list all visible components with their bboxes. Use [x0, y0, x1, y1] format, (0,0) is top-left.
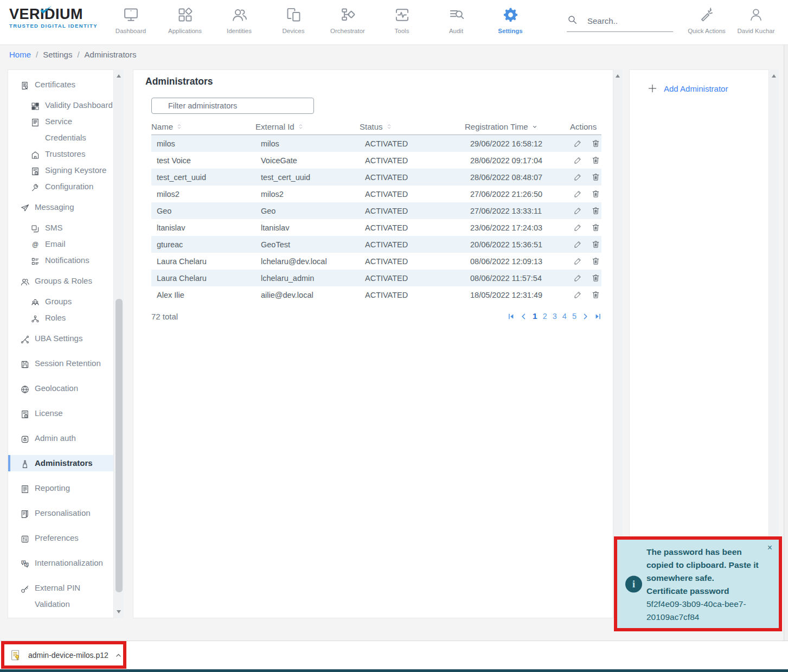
- nav-item-settings[interactable]: Settings: [483, 5, 537, 34]
- sidebar-item-configuration[interactable]: Configuration: [8, 178, 113, 195]
- delete-icon[interactable]: [591, 189, 600, 199]
- sidebar-item-sms[interactable]: SMS: [8, 220, 113, 236]
- password-copied-toast: i × The password has been copied to clip…: [617, 540, 779, 628]
- window-scrollbar[interactable]: [784, 45, 788, 641]
- nav-item-label: Tools: [375, 28, 429, 34]
- page-number-1[interactable]: 1: [533, 311, 537, 321]
- page-number-4[interactable]: 4: [562, 312, 567, 321]
- edit-icon[interactable]: [573, 206, 582, 215]
- page-number-3[interactable]: 3: [553, 312, 557, 321]
- next-page-icon[interactable]: [582, 313, 589, 320]
- table-row: gtureacGeoTestACTIVATED20/06/2022 15:36:…: [151, 236, 601, 253]
- delete-icon[interactable]: [591, 240, 600, 249]
- sidebar-item-reporting[interactable]: Reporting: [8, 480, 113, 496]
- sidebar-item-label: Messaging: [35, 199, 74, 215]
- edit-icon[interactable]: [573, 189, 582, 199]
- chevron-up-icon[interactable]: [115, 651, 122, 658]
- cell-status: ACTIVATED: [360, 173, 465, 182]
- cell-name: test_cert_uuid: [151, 173, 255, 182]
- edit-icon[interactable]: [573, 223, 582, 232]
- sidebar-item-internationalization[interactable]: AaInternationalization: [8, 555, 113, 571]
- scrollbar-thumb[interactable]: [116, 299, 123, 592]
- veridium-logo[interactable]: VERIDIUM TRUSTED DIGITAL IDENTITY: [9, 6, 101, 29]
- first-page-icon[interactable]: [508, 313, 515, 320]
- sidebar-item-groups-roles[interactable]: Groups & Roles: [8, 273, 113, 289]
- sidebar-item-personalisation[interactable]: Personalisation: [8, 505, 113, 521]
- sidebar-item-administrators[interactable]: Administrators: [8, 455, 113, 471]
- sidebar-item-external-pin-validation[interactable]: External PIN Validation: [8, 580, 113, 612]
- sidebar-item-email[interactable]: @Email: [8, 236, 113, 252]
- column-header-registration-time[interactable]: Registration Time: [465, 122, 570, 131]
- previous-page-icon[interactable]: [520, 313, 527, 320]
- scroll-up-arrow-icon[interactable]: [616, 74, 620, 78]
- sidebar-scrollbar[interactable]: [114, 69, 124, 618]
- sidebar-item-truststores[interactable]: Truststores: [8, 146, 113, 162]
- sidebar-item-roles[interactable]: Roles: [8, 310, 113, 326]
- cell-actions: [570, 240, 601, 249]
- sidebar-item-session-retention[interactable]: Session Retention: [8, 355, 113, 372]
- sidebar-item-preferences[interactable]: Preferences: [8, 530, 113, 546]
- delete-icon[interactable]: [591, 290, 600, 299]
- sidebar-item-notifications[interactable]: Notifications: [8, 252, 113, 268]
- nav-item-applications[interactable]: Applications: [158, 5, 212, 34]
- filter-administrators-input[interactable]: [151, 98, 314, 114]
- edit-icon[interactable]: [573, 156, 582, 165]
- sidebar-item-messaging[interactable]: Messaging: [8, 199, 113, 215]
- delete-icon[interactable]: [591, 156, 600, 165]
- plus-icon: [647, 83, 658, 94]
- sidebar-item-uba-settings[interactable]: UBA Settings: [8, 330, 113, 347]
- cell-registration-time: 28/06/2022 09:17:04: [465, 156, 570, 165]
- edit-icon[interactable]: [573, 290, 582, 299]
- delete-icon[interactable]: [591, 206, 600, 215]
- breadcrumb-home[interactable]: Home: [9, 50, 31, 59]
- toast-close-icon[interactable]: ×: [767, 543, 772, 552]
- page-number-2[interactable]: 2: [543, 312, 547, 321]
- sidebar-item-license[interactable]: License: [8, 405, 113, 421]
- edit-icon[interactable]: [573, 273, 582, 283]
- edit-icon[interactable]: [573, 172, 582, 182]
- last-page-icon[interactable]: [594, 313, 601, 320]
- nav-item-devices[interactable]: Devices: [266, 5, 321, 34]
- scroll-down-arrow-icon[interactable]: [117, 610, 121, 613]
- edit-icon[interactable]: [573, 257, 582, 266]
- certificate-file-icon: [10, 649, 22, 661]
- nav-item-label: Devices: [266, 28, 321, 34]
- delete-icon[interactable]: [591, 223, 600, 232]
- sidebar-item-service-credentials[interactable]: Service Credentials: [8, 113, 113, 146]
- nav-item-identities[interactable]: Identities: [212, 5, 266, 34]
- delete-icon[interactable]: [591, 273, 600, 283]
- sidebar-item-groups[interactable]: Groups: [8, 293, 113, 310]
- column-header-name[interactable]: Name: [151, 122, 255, 131]
- quick-actions-button[interactable]: Quick Actions: [682, 5, 732, 34]
- nav-item-orchestrator[interactable]: Orchestrator: [321, 5, 375, 34]
- nav-item-dashboard[interactable]: Dashboard: [104, 5, 158, 34]
- page-number-5[interactable]: 5: [572, 312, 576, 321]
- sidebar-item-admin-auth[interactable]: Admin auth: [8, 430, 113, 446]
- column-header-external-id[interactable]: External Id: [255, 122, 360, 131]
- edit-icon[interactable]: [573, 139, 582, 148]
- license-icon: [20, 408, 30, 418]
- search-input[interactable]: [586, 16, 668, 26]
- add-administrator-button[interactable]: Add Administrator: [647, 83, 728, 94]
- cell-actions: [570, 189, 601, 199]
- nav-item-tools[interactable]: Tools: [375, 5, 429, 34]
- scroll-up-arrow-icon[interactable]: [772, 74, 776, 78]
- global-search[interactable]: [567, 14, 673, 32]
- breadcrumb: Home/Settings/Administrators: [9, 50, 136, 59]
- nav-item-audit[interactable]: Audit: [429, 5, 483, 34]
- user-menu[interactable]: David Kuchar: [729, 5, 783, 34]
- edit-icon[interactable]: [573, 240, 582, 249]
- sidebar-item-signing-keystore[interactable]: Signing Keystore: [8, 162, 113, 178]
- sidebar-item-certificates[interactable]: Certificates: [8, 76, 113, 93]
- delete-icon[interactable]: [591, 139, 600, 148]
- groups-icon: [30, 297, 40, 306]
- annotation-highlight-toast: i × The password has been copied to clip…: [614, 536, 782, 631]
- downloaded-file-chip[interactable]: admin-device-milos.p12: [4, 644, 123, 665]
- sidebar-item-validity-dashboard[interactable]: Validity Dashboard: [8, 97, 113, 113]
- column-header-status[interactable]: Status: [360, 122, 465, 131]
- breadcrumb-settings[interactable]: Settings: [43, 50, 72, 59]
- sidebar-item-geolocation[interactable]: Geolocation: [8, 380, 113, 396]
- delete-icon[interactable]: [591, 172, 600, 182]
- delete-icon[interactable]: [591, 257, 600, 266]
- scroll-up-arrow-icon[interactable]: [117, 74, 121, 78]
